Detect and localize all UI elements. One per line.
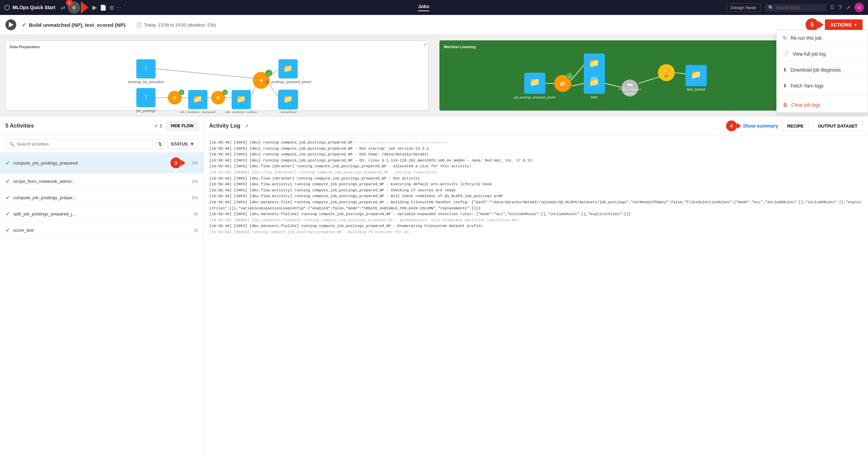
search-input[interactable] bbox=[776, 5, 820, 10]
actions-container: 5 ACTIONS ▼ bbox=[806, 18, 863, 31]
activities-list: ✔ compute_job_postings_prepared 3 14s ✔ … bbox=[0, 153, 203, 456]
data-preparation-panel: ⤢ Data Preparation ↑ earnings_by_educati… bbox=[5, 40, 429, 111]
annotation-5: 5 bbox=[806, 18, 818, 31]
search-activities-input[interactable] bbox=[17, 141, 149, 147]
log-line: [18:59:49] [INFO] [dku.datasets.ftplike]… bbox=[209, 223, 863, 229]
activity-duration-4: 3s bbox=[194, 228, 198, 233]
job-title-container: ✔ Build unmatched (NP), test_scored (NP) bbox=[22, 22, 125, 28]
svg-text:◆◆: ◆◆ bbox=[627, 82, 633, 87]
dropdown-rerun[interactable]: ↻ Re-run this job bbox=[777, 30, 868, 46]
activity-item-2[interactable]: ✔ compute_job_postings_prepar... 10s bbox=[0, 190, 203, 206]
dropdown-view-log[interactable]: 📄 View full job log bbox=[777, 46, 868, 62]
svg-text:📁: 📁 bbox=[193, 94, 203, 103]
dropdown-clear-logs[interactable]: 🗑 Clear job logs bbox=[777, 97, 868, 113]
svg-text:✓: ✓ bbox=[180, 91, 183, 94]
activity-check-3: ✔ bbox=[5, 211, 10, 217]
design-node-button[interactable]: Design Node bbox=[726, 3, 761, 12]
activity-name-4: score_test bbox=[13, 228, 190, 233]
svg-text:📁: 📁 bbox=[691, 69, 702, 80]
log-content: [18:59:48] [INFO] [dku] running compute_… bbox=[204, 136, 868, 456]
nav-jobs-tab[interactable]: Jobs bbox=[418, 4, 429, 11]
line-8 bbox=[270, 84, 278, 98]
svg-text:(binary): (binary) bbox=[625, 92, 634, 95]
hide-flow-button[interactable]: HIDE FLOW bbox=[166, 121, 198, 131]
svg-text:⚙: ⚙ bbox=[173, 95, 177, 100]
search-box: 🔍 bbox=[765, 4, 826, 12]
log-line: [18:59:49] [INFO] [dku.flow.activity] ru… bbox=[209, 193, 863, 200]
external-link-icon[interactable]: ↗ bbox=[846, 4, 850, 11]
status-chevron-icon: ▼ bbox=[190, 141, 194, 147]
log-line: [18:59:48] [DEBUG] [dku.flow.jobrunner] … bbox=[209, 170, 863, 176]
top-navigation: ⬡ MLOps Quick Start ⇄ ⚙ 1 ▶ 📄 ⊞ ··· Jobs… bbox=[0, 0, 868, 15]
svg-text:earnings_by_education: earnings_by_education bbox=[128, 80, 164, 84]
clear-logs-icon: 🗑 bbox=[783, 102, 788, 108]
play-icon[interactable]: ▶ bbox=[92, 4, 97, 11]
replay-button[interactable] bbox=[5, 19, 16, 30]
log-title: Activity Log bbox=[209, 123, 240, 129]
help-icon[interactable]: ? bbox=[838, 4, 842, 11]
badge-3-arrow bbox=[181, 160, 185, 166]
log-header: Activity Log ↗ 4 Show summary RECIPE OUT… bbox=[204, 116, 868, 136]
log-line: [18:59:49] [DEBUG] running compute_job_p… bbox=[209, 229, 863, 235]
ml-line-5 bbox=[638, 77, 661, 83]
data-preparation-flow: ↑ earnings_by_education ↑ job_postings ⚙… bbox=[10, 52, 424, 113]
annotation-4: 4 bbox=[726, 120, 737, 131]
nav-step-1[interactable]: ⚙ 1 bbox=[68, 1, 88, 14]
activity-duration-2: 10s bbox=[192, 195, 198, 200]
dropdown-download-diagnosis[interactable]: ⬇ Download job diagnosis bbox=[777, 62, 868, 78]
svg-text:job_postings: job_postings bbox=[136, 109, 156, 113]
rerun-label: Re-run this job bbox=[791, 35, 821, 41]
svg-text:✓: ✓ bbox=[267, 72, 270, 76]
expand-data-prep-icon[interactable]: ⤢ bbox=[423, 42, 427, 47]
activity-item-1[interactable]: ✔ recipe_from_notebook_admin... 14s bbox=[0, 173, 203, 190]
show-summary-button[interactable]: Show summary bbox=[743, 123, 778, 129]
activity-item-0[interactable]: ✔ compute_job_postings_prepared 3 14s bbox=[0, 153, 203, 173]
external-link-log-icon[interactable]: ↗ bbox=[245, 123, 249, 129]
app-logo-icon: ⬡ bbox=[4, 3, 10, 12]
svg-text:📁: 📁 bbox=[283, 64, 293, 73]
activity-item-3[interactable]: ✔ split_job_postings_prepared_j... 5s bbox=[0, 206, 203, 222]
filter-sort-button[interactable]: ⇅ bbox=[156, 139, 164, 149]
activities-count: ✔ 5 bbox=[154, 123, 162, 129]
activity-name-1: recipe_from_notebook_admin... bbox=[13, 179, 188, 184]
svg-text:🏆: 🏆 bbox=[662, 69, 671, 77]
activity-item-4[interactable]: ✔ score_test 3s bbox=[0, 222, 203, 239]
log-line: [18:59:48] [INFO] [dku] running compute_… bbox=[209, 146, 863, 152]
svg-text:📁: 📁 bbox=[529, 77, 540, 87]
grid-icon[interactable]: ⊞ bbox=[109, 4, 114, 11]
line-6 bbox=[251, 86, 256, 98]
job-header: ✔ Build unmatched (NP), test_scored (NP)… bbox=[0, 15, 868, 35]
job-time: 🕐 Today, 13:59 to 14:00 (duration: 53s) bbox=[136, 22, 216, 27]
nav-right: Design Node 🔍 ⠿ ? ↗ U bbox=[726, 3, 864, 12]
svg-text:↑: ↑ bbox=[144, 93, 148, 101]
actions-button[interactable]: ACTIONS ▼ bbox=[825, 19, 863, 30]
search-icon: 🔍 bbox=[768, 5, 774, 10]
activities-title: 5 Activities bbox=[5, 123, 34, 129]
actions-label: ACTIONS bbox=[830, 22, 852, 27]
svg-text:Predict Fraudulent: Predict Fraudulent bbox=[619, 88, 641, 91]
activities-filter: 🔍 ⇅ STATUS ▼ bbox=[0, 136, 203, 153]
view-log-icon: 📄 bbox=[783, 51, 789, 57]
badge-5-container: 5 bbox=[806, 18, 824, 31]
recipe-button[interactable]: RECIPE bbox=[782, 121, 809, 131]
clock-icon: 🕐 bbox=[136, 22, 142, 27]
activity-check-1: ✔ bbox=[5, 178, 10, 185]
output-dataset-button[interactable]: OUTPUT DATASET bbox=[813, 121, 863, 131]
status-filter-select[interactable]: STATUS ▼ bbox=[167, 139, 198, 149]
search-activities-box: 🔍 bbox=[5, 139, 153, 149]
more-icon[interactable]: ··· bbox=[116, 4, 121, 11]
apps-grid-icon[interactable]: ⠿ bbox=[830, 4, 834, 11]
badge-3-container: 3 bbox=[170, 157, 185, 168]
app-title: MLOps Quick Start bbox=[13, 5, 55, 10]
svg-text:⇄: ⇄ bbox=[560, 80, 565, 87]
filter-icon: ⇅ bbox=[158, 141, 162, 147]
avatar[interactable]: U bbox=[854, 3, 864, 12]
job-time-text: Today, 13:59 to 14:00 (duration: 53s) bbox=[144, 22, 216, 27]
document-icon[interactable]: 📄 bbox=[100, 4, 107, 11]
svg-text:⚙: ⚙ bbox=[216, 95, 220, 100]
share-icon[interactable]: ⇄ bbox=[61, 4, 65, 11]
activities-count-num: 5 bbox=[160, 124, 162, 129]
dropdown-fetch-yarn[interactable]: ⬇ Fetch Yarn logs bbox=[777, 78, 868, 94]
nav-arrow-1 bbox=[81, 1, 88, 14]
log-line: [18:59:49] [INFO] [dku.datasets.ftplike]… bbox=[209, 211, 863, 217]
